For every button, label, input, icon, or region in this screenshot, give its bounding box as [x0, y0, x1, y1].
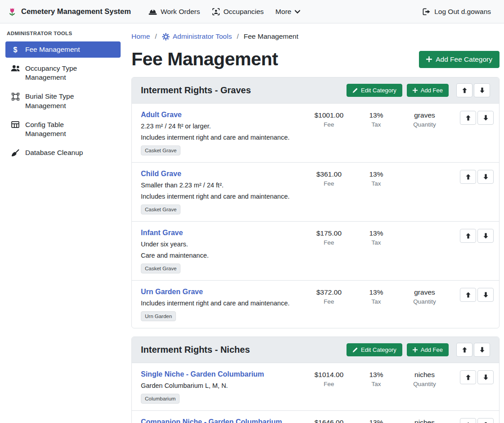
breadcrumb: Home / Administrator Tools — [131, 30, 500, 42]
fee-stat: $1001.00 Fee — [304, 111, 354, 128]
move-fee-down-button[interactable] — [477, 418, 494, 423]
fee-stat: $372.00 Fee — [304, 288, 354, 305]
tax-value: 13% — [354, 170, 399, 178]
fee-stat: $1646.00 Fee — [304, 418, 354, 423]
fee-description: 2.23 m² / 24 ft² or larger. — [141, 123, 304, 130]
fee-details: Companion Niche - Garden Columbarium Gar… — [141, 418, 304, 423]
fee-name-link[interactable]: Adult Grave — [141, 111, 182, 119]
move-fee-up-button[interactable] — [460, 370, 476, 384]
edit-category-button[interactable]: Edit Category — [346, 84, 402, 97]
category-title: Interment Rights - Niches — [141, 345, 346, 355]
quantity-stat: graves Quantity — [399, 288, 450, 305]
app-title: Cemetery Management System — [21, 7, 131, 16]
gear-icon — [162, 33, 170, 41]
move-fee-up-button[interactable] — [460, 288, 476, 302]
fee-name-link[interactable]: Child Grave — [141, 170, 181, 178]
move-fee-down-button[interactable] — [477, 111, 494, 125]
move-fee-up-button[interactable] — [460, 418, 476, 423]
move-category-down-button[interactable] — [474, 343, 490, 357]
fee-row: Single Niche - Garden Columbarium Garden… — [132, 363, 499, 411]
move-category-down-button[interactable] — [474, 83, 490, 97]
tax-value: 13% — [354, 229, 399, 237]
category-title: Interment Rights - Graves — [141, 85, 346, 96]
fee-reorder-buttons — [460, 418, 494, 423]
sidebar-item-config-table-management[interactable]: Config Table Management — [5, 117, 121, 142]
fee-reorder-buttons — [460, 288, 494, 302]
fee-amount: $175.00 — [304, 229, 354, 237]
page-title: Fee Management — [131, 49, 278, 70]
move-fee-down-button[interactable] — [477, 370, 494, 384]
move-fee-up-button[interactable] — [460, 170, 476, 184]
fee-stat: $1014.00 Fee — [304, 370, 354, 387]
fee-name-link[interactable]: Urn Garden Grave — [141, 288, 203, 296]
fee-type-badge: Casket Grave — [141, 264, 180, 273]
fee-details: Single Niche - Garden Columbarium Garden… — [141, 370, 304, 404]
sidebar-item-occupancy-type-management[interactable]: Occupancy Type Management — [5, 60, 121, 86]
sidebar-item-database-cleanup[interactable]: Database Cleanup — [5, 145, 121, 161]
add-fee-category-button[interactable]: Add Fee Category — [419, 51, 500, 68]
move-fee-down-button[interactable] — [477, 170, 494, 184]
fee-description: Garden Columbarium L, M, N. — [141, 382, 304, 389]
move-category-up-button[interactable] — [456, 343, 472, 357]
fee-description: Includes interment right and care and ma… — [141, 193, 304, 200]
nav-more[interactable]: More — [270, 4, 306, 19]
tulip-logo-icon — [7, 7, 17, 17]
edit-category-button[interactable]: Edit Category — [346, 343, 402, 356]
quantity-stat: niches Quantity — [399, 418, 450, 423]
quantity-value: niches — [399, 371, 450, 379]
fee-amount: $1001.00 — [304, 111, 354, 119]
fee-name-link[interactable]: Single Niche - Garden Columbarium — [141, 370, 264, 378]
sidebar-item-burial-site-type-management[interactable]: Burial Site Type Management — [5, 88, 121, 114]
fee-label: Fee — [304, 121, 354, 128]
breadcrumb-home[interactable]: Home — [131, 32, 150, 41]
category-reorder-buttons — [456, 343, 490, 357]
tax-label: Tax — [354, 121, 399, 128]
move-fee-down-button[interactable] — [477, 288, 494, 302]
quantity-label: Quantity — [399, 121, 450, 128]
main-content: Home / Administrator Tools — [126, 23, 504, 423]
tax-value: 13% — [354, 418, 399, 423]
fee-description: Care and maintenance. — [141, 252, 304, 259]
app-brand[interactable]: Cemetery Management System — [7, 7, 131, 17]
dollar-icon: $ — [10, 46, 20, 54]
fee-row: Infant Grave Under six years. Care and m… — [132, 222, 499, 281]
move-fee-up-button[interactable] — [460, 229, 476, 243]
fee-details: Infant Grave Under six years. Care and m… — [141, 229, 304, 273]
fee-category-card-graves: Interment Rights - Graves Edit Category … — [131, 77, 500, 328]
fee-name-link[interactable]: Infant Grave — [141, 229, 183, 237]
fee-amount: $1014.00 — [304, 371, 354, 379]
quantity-stat — [399, 229, 450, 229]
fee-description: Under six years. — [141, 241, 304, 248]
tax-value: 13% — [354, 288, 399, 296]
users-icon — [10, 65, 20, 72]
pencil-icon — [352, 88, 358, 93]
move-category-up-button[interactable] — [456, 83, 472, 97]
sidebar-item-fee-management[interactable]: $ Fee Management — [5, 41, 121, 58]
fee-name-link[interactable]: Companion Niche - Garden Columbarium — [141, 418, 282, 423]
tax-label: Tax — [354, 180, 399, 187]
fee-stat: $175.00 Fee — [304, 229, 354, 246]
category-header: Interment Rights - Graves Edit Category … — [132, 77, 499, 104]
breadcrumb-admin-tools[interactable]: Administrator Tools — [162, 32, 232, 41]
quantity-label: Quantity — [399, 381, 450, 387]
plus-icon — [426, 56, 432, 62]
breadcrumb-separator: / — [155, 32, 157, 41]
add-fee-button[interactable]: Add Fee — [407, 343, 449, 356]
fee-row: Adult Grave 2.23 m² / 24 ft² or larger. … — [132, 104, 499, 163]
move-fee-down-button[interactable] — [477, 229, 494, 243]
nav-occupancies[interactable]: Occupancies — [206, 4, 270, 19]
tax-stat: 13% Tax — [354, 170, 399, 187]
plus-icon — [413, 347, 418, 352]
nav-work-orders[interactable]: Work Orders — [143, 4, 206, 19]
plus-icon — [413, 88, 418, 93]
fee-type-badge: Urn Garden — [141, 311, 176, 321]
logout-link[interactable]: Log Out d.gowans — [417, 4, 497, 19]
fee-stat: $361.00 Fee — [304, 170, 354, 187]
add-fee-button[interactable]: Add Fee — [407, 84, 449, 97]
fee-details: Urn Garden Grave Includes interment righ… — [141, 288, 304, 321]
tax-stat: 13% Tax — [354, 229, 399, 246]
quantity-value: graves — [399, 288, 450, 296]
fee-reorder-buttons — [460, 370, 494, 384]
move-fee-up-button[interactable] — [460, 111, 476, 125]
fee-description: Includes interment right and care and ma… — [141, 134, 304, 141]
